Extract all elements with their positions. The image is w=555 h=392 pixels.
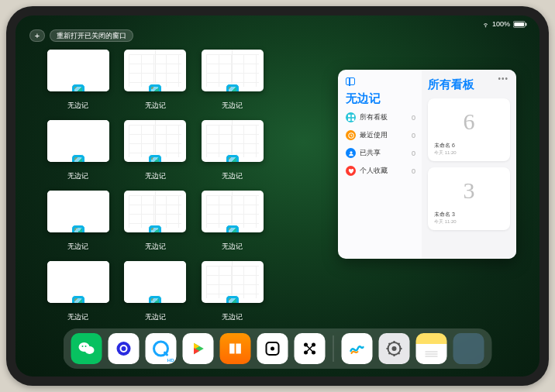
freeform-app-icon xyxy=(71,295,85,303)
window-label: 无边记 xyxy=(67,101,88,111)
reopen-window-button[interactable]: 重新打开已关闭的窗口 xyxy=(50,29,133,42)
board-tile[interactable]: 3 未命名 3 今天 11:20 xyxy=(428,167,510,230)
sidebar-item-label: 所有看板 xyxy=(360,112,388,122)
window-label: 无边记 xyxy=(222,171,243,181)
top-toolbar: + 重新打开已关闭的窗口 xyxy=(29,29,133,42)
window-thumbnail[interactable]: 无边记 xyxy=(124,261,188,322)
screen: 100% + 重新打开已关闭的窗口 无边记 无边记 无边记 xyxy=(16,15,539,377)
dock-app-notes[interactable] xyxy=(416,333,447,364)
svg-line-32 xyxy=(389,343,391,345)
svg-point-10 xyxy=(85,346,95,354)
sidebar-item-count: 0 xyxy=(412,114,415,122)
people-icon xyxy=(346,148,356,158)
freeform-app-icon xyxy=(226,225,240,232)
svg-rect-2 xyxy=(526,22,526,26)
battery-text: 100% xyxy=(492,20,510,28)
window-thumbnail[interactable]: 无边记 xyxy=(47,261,110,322)
svg-point-12 xyxy=(85,346,87,347)
window-label: 无边记 xyxy=(67,171,88,181)
window-label: 无边记 xyxy=(145,242,166,252)
dock-app-connect[interactable] xyxy=(295,333,326,364)
clock-icon xyxy=(346,130,356,140)
freeform-app-icon xyxy=(148,154,162,162)
sidebar-item-label: 已共享 xyxy=(360,148,381,158)
window-thumbnail[interactable]: 无边记 xyxy=(47,191,110,252)
window-label: 无边记 xyxy=(145,171,166,181)
window-label: 无边记 xyxy=(145,312,166,322)
status-bar: 100% xyxy=(16,19,539,29)
battery-icon xyxy=(513,21,527,28)
window-label: 无边记 xyxy=(222,312,243,322)
freeform-detail-card[interactable]: ••• 无边记 所有看板 0 最近使用 0 已共享 0 个人收藏 xyxy=(338,70,516,259)
window-label: 无边记 xyxy=(145,101,166,111)
board-tile[interactable]: 6 未命名 6 今天 11:20 xyxy=(428,98,510,161)
window-thumbnail[interactable]: 无边记 xyxy=(124,50,188,111)
sidebar-toggle-icon[interactable] xyxy=(346,77,355,85)
freeform-app-icon xyxy=(71,84,85,91)
freeform-app-icon xyxy=(71,154,85,162)
dock-separator xyxy=(333,335,334,362)
dock-folder[interactable] xyxy=(453,333,484,364)
window-thumbnail[interactable]: 无边记 xyxy=(47,50,110,111)
svg-line-35 xyxy=(398,343,400,345)
window-thumbnail[interactable]: 无边记 xyxy=(47,120,110,181)
window-thumbnail[interactable]: 无边记 xyxy=(201,191,264,252)
sidebar-item-count: 0 xyxy=(412,167,415,175)
board-caption: 未命名 6 xyxy=(434,142,455,150)
dock-app-play[interactable] xyxy=(183,333,214,364)
dock-app-settings[interactable] xyxy=(379,333,410,364)
dock-app-quark[interactable] xyxy=(109,333,140,364)
freeform-app-icon xyxy=(148,295,162,303)
card-sidebar: 无边记 所有看板 0 最近使用 0 已共享 0 个人收藏 0 xyxy=(338,70,422,259)
dock-app-freeform[interactable] xyxy=(342,333,373,364)
svg-line-34 xyxy=(389,352,391,354)
grid-icon xyxy=(346,112,356,122)
svg-rect-3 xyxy=(348,115,350,117)
svg-rect-4 xyxy=(351,115,353,117)
sidebar-item-count: 0 xyxy=(412,150,415,157)
sidebar-item-shared[interactable]: 已共享 0 xyxy=(346,148,415,158)
dock: HD xyxy=(64,328,492,369)
svg-rect-1 xyxy=(514,22,524,26)
window-label: 无边记 xyxy=(222,101,243,111)
window-label: 无边记 xyxy=(67,242,88,252)
app-switcher-grid: 无边记 无边记 无边记 无边记 无边记 无边记 xyxy=(47,50,341,322)
svg-point-11 xyxy=(82,346,84,347)
heart-icon xyxy=(346,166,356,176)
svg-line-33 xyxy=(398,352,400,354)
card-app-title: 无边记 xyxy=(346,91,415,106)
more-icon[interactable]: ••• xyxy=(498,74,508,83)
svg-point-27 xyxy=(392,346,397,351)
window-thumbnail[interactable]: 无边记 xyxy=(201,50,264,111)
freeform-app-icon xyxy=(226,154,240,162)
new-space-button[interactable]: + xyxy=(29,29,45,42)
freeform-app-icon xyxy=(148,225,162,232)
sidebar-item-count: 0 xyxy=(412,132,415,139)
dock-app-dice[interactable] xyxy=(257,333,288,364)
svg-rect-5 xyxy=(348,118,350,120)
board-subtext: 今天 11:20 xyxy=(434,150,457,156)
svg-rect-6 xyxy=(351,118,353,120)
sidebar-item-label: 最近使用 xyxy=(360,130,388,140)
ipad-device-frame: 100% + 重新打开已关闭的窗口 无边记 无边记 无边记 xyxy=(6,6,549,386)
window-label: 无边记 xyxy=(67,312,88,322)
sidebar-item-favorites[interactable]: 个人收藏 0 xyxy=(346,166,415,176)
freeform-app-icon xyxy=(226,295,240,303)
window-label: 无边记 xyxy=(222,242,243,252)
window-thumbnail[interactable]: 无边记 xyxy=(124,191,188,252)
sidebar-item-all-boards[interactable]: 所有看板 0 xyxy=(346,112,415,122)
dock-app-qqbrowser[interactable]: HD xyxy=(146,333,177,364)
board-subtext: 今天 11:20 xyxy=(434,218,457,225)
dock-app-books[interactable] xyxy=(220,333,251,364)
window-thumbnail[interactable]: 无边记 xyxy=(201,120,264,181)
sidebar-item-label: 个人收藏 xyxy=(360,166,388,176)
dock-app-wechat[interactable] xyxy=(71,333,102,364)
window-thumbnail[interactable]: 无边记 xyxy=(124,120,188,181)
wifi-icon xyxy=(482,21,489,28)
window-thumbnail[interactable]: 无边记 xyxy=(201,261,264,322)
sidebar-item-recent[interactable]: 最近使用 0 xyxy=(346,130,415,140)
svg-point-8 xyxy=(350,151,352,153)
board-preview: 3 xyxy=(441,170,497,211)
freeform-app-icon xyxy=(148,84,162,91)
svg-point-15 xyxy=(122,346,126,351)
